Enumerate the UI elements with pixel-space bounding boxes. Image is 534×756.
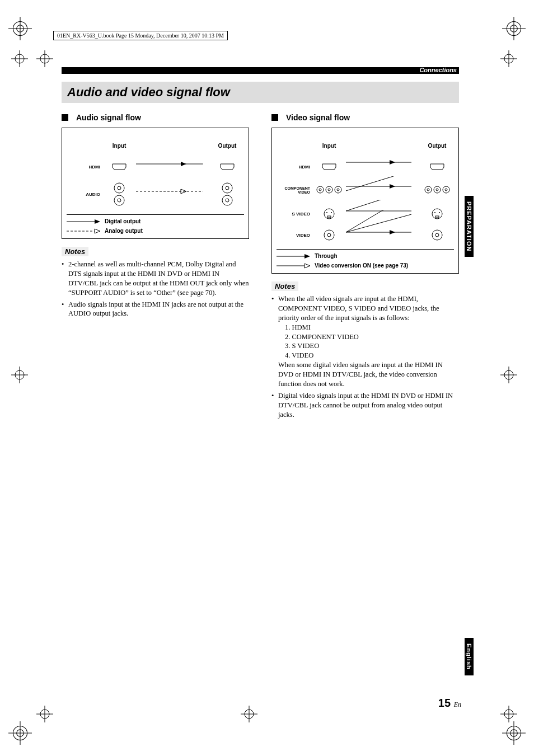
- crop-mark-icon: [500, 50, 517, 67]
- crop-mark-icon: [241, 706, 257, 722]
- header-bar: Connections: [62, 67, 459, 74]
- col-header-output: Output: [420, 143, 454, 149]
- svg-point-73: [445, 189, 447, 191]
- notes-heading: Notes: [62, 247, 88, 256]
- reg-mark-icon: [8, 17, 32, 40]
- svg-point-44: [114, 195, 124, 205]
- svg-marker-55: [95, 229, 100, 233]
- note-item: When the all video signals are input at …: [271, 294, 459, 389]
- solid-arrow-legend-icon: [277, 253, 310, 259]
- svg-point-58: [317, 186, 324, 193]
- svg-marker-95: [305, 264, 310, 268]
- legend-through: Through: [315, 253, 338, 259]
- solid-arrow-legend-icon: [67, 219, 100, 224]
- svg-line-87: [346, 214, 411, 232]
- rca-jack-icon: [316, 185, 325, 194]
- crop-mark-icon: [500, 706, 517, 722]
- crop-mark-icon: [500, 367, 517, 383]
- svg-point-72: [443, 186, 449, 193]
- svg-point-68: [425, 186, 432, 193]
- note-text: When some digital video signals are inpu…: [278, 361, 443, 388]
- svg-point-70: [434, 186, 441, 193]
- rca-jack-icon: [442, 185, 451, 194]
- legend-digital: Digital output: [105, 218, 140, 224]
- svg-marker-41: [181, 162, 186, 166]
- svg-point-69: [427, 189, 429, 191]
- svg-point-61: [328, 189, 330, 191]
- svg-point-50: [222, 195, 232, 205]
- svg-point-48: [222, 183, 232, 193]
- square-bullet-icon: [62, 114, 68, 121]
- section-title: Audio and video signal flow: [62, 82, 459, 103]
- crop-mark-icon: [36, 706, 53, 722]
- rca-jack-icon: [113, 182, 125, 194]
- svg-point-60: [326, 186, 332, 193]
- row-label-svideo: S VIDEO: [277, 212, 312, 217]
- hdmi-port-icon: [220, 163, 235, 170]
- rca-jack-icon: [431, 229, 443, 241]
- arrow-icon: [136, 158, 210, 170]
- svg-point-77: [331, 212, 332, 213]
- priority-item: 2. COMPONENT VIDEO: [285, 332, 459, 342]
- hdmi-port-icon: [322, 163, 336, 170]
- svg-line-78: [346, 200, 411, 211]
- note-item: 2-channel as well as multi-channel PCM, …: [62, 260, 249, 298]
- svg-point-84: [324, 230, 334, 240]
- svg-point-62: [335, 186, 341, 193]
- svg-point-45: [118, 199, 121, 202]
- rca-jack-icon: [325, 185, 334, 194]
- svg-point-74: [324, 209, 334, 219]
- hdmi-port-icon: [430, 163, 444, 170]
- svg-marker-89: [390, 230, 395, 234]
- rca-jack-icon: [323, 229, 335, 241]
- dashed-arrow-icon: [136, 186, 210, 197]
- svg-marker-93: [305, 254, 310, 259]
- video-heading: Video signal flow: [286, 113, 350, 122]
- reg-mark-icon: [8, 721, 32, 745]
- svg-rect-81: [435, 216, 439, 218]
- col-header-input: Input: [312, 143, 346, 149]
- svg-marker-65: [390, 184, 395, 189]
- svg-line-86: [346, 210, 411, 232]
- crop-mark-icon: [11, 50, 28, 67]
- svg-point-51: [226, 199, 229, 202]
- svideo-jack-icon: [323, 208, 335, 220]
- svg-point-76: [326, 212, 327, 213]
- priority-item: 4. VIDEO: [285, 351, 459, 360]
- row-label-component: COMPONENT VIDEO: [277, 186, 312, 194]
- notes-heading: Notes: [271, 281, 298, 291]
- svg-point-71: [436, 189, 438, 191]
- audio-heading: Audio signal flow: [76, 113, 141, 122]
- svg-point-59: [319, 189, 321, 191]
- reg-mark-icon: [502, 721, 526, 745]
- note-item: Audio signals input at the HDMI IN jacks…: [62, 300, 249, 319]
- svg-point-43: [118, 186, 121, 190]
- col-header-output: Output: [210, 143, 244, 149]
- svg-point-63: [337, 189, 339, 191]
- rca-jack-icon: [221, 194, 233, 206]
- video-diagram: Input Output HDMI COMPONENT VIDEO: [271, 128, 459, 274]
- dashed-arrow-legend-icon: [67, 228, 100, 234]
- svideo-jack-icon: [431, 208, 443, 220]
- rca-jack-icon: [424, 185, 433, 194]
- rca-jack-icon: [113, 194, 125, 206]
- audio-column: Audio signal flow Input Output HDMI AUDI…: [62, 113, 249, 426]
- row-label-audio: AUDIO: [67, 192, 102, 197]
- svg-rect-75: [327, 216, 331, 218]
- rca-jack-icon: [334, 185, 343, 194]
- reg-mark-icon: [502, 17, 526, 40]
- side-tab-english: English: [465, 638, 474, 675]
- rca-jack-icon: [221, 182, 233, 194]
- priority-item: 1. HDMI: [285, 323, 459, 332]
- row-label-hdmi: HDMI: [67, 165, 102, 170]
- svg-point-90: [432, 230, 442, 240]
- svg-point-82: [434, 212, 435, 213]
- crop-mark-icon: [11, 367, 28, 383]
- hdmi-port-icon: [112, 163, 127, 170]
- print-job-header: 01EN_RX-V563_U.book Page 15 Monday, Dece…: [53, 31, 228, 40]
- header-section-label: Connections: [419, 66, 457, 74]
- svg-point-91: [435, 233, 439, 237]
- video-column: Video signal flow Input Output HDMI COMP…: [271, 113, 459, 426]
- page-number-value: 15: [438, 697, 451, 709]
- priority-item: 3. S VIDEO: [285, 341, 459, 351]
